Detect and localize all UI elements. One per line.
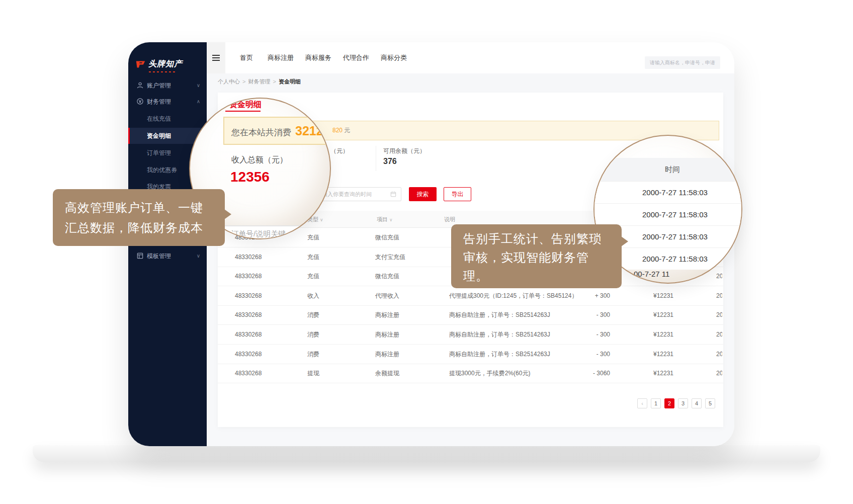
- page: 头牌知产 账户管理 ∨ 财务管理 ∧ 在线充值 资金明细: [0, 0, 853, 504]
- chevron-down-icon: ∨: [197, 77, 200, 94]
- pagination: ‹ 1 2 3 4 5: [637, 398, 715, 408]
- lens-income-label: 收入总额（元）: [231, 155, 288, 165]
- nav-trademark-category[interactable]: 商标分类: [381, 42, 407, 73]
- callout-arrow-right-icon: [621, 236, 628, 246]
- stat-divider: [376, 146, 376, 171]
- search-input[interactable]: [645, 56, 720, 69]
- pagination-prev[interactable]: ‹: [637, 398, 647, 408]
- lens-time-header: 时间: [594, 158, 742, 181]
- logo-text: 头牌知产: [148, 59, 183, 69]
- stat-balance-label: 可用余额（元）: [383, 147, 425, 155]
- top-navbar: 首页 商标注册 商标服务 代理合作 商标分类: [207, 42, 734, 73]
- sidebar-item-account[interactable]: 账户管理 ∨: [128, 77, 207, 94]
- template-icon: [136, 252, 144, 260]
- breadcrumb-finance[interactable]: 财务管理: [248, 78, 270, 85]
- banner-amount: 820: [332, 127, 343, 134]
- breadcrumb-personal-center[interactable]: 个人中心: [218, 78, 240, 85]
- nav-home[interactable]: 首页: [240, 42, 253, 73]
- lens-time-row: 2000-7-27 11:58:03: [594, 181, 742, 203]
- user-icon: [136, 81, 144, 89]
- sidebar-item-online-recharge[interactable]: 在线充值: [128, 111, 207, 127]
- logo: 头牌知产: [135, 56, 183, 71]
- breadcrumb-fund-detail: 资金明细: [279, 78, 301, 85]
- table-row: 48330268 收入 代理收入 代理提成300元（ID:1245，订单号：SB…: [218, 286, 723, 306]
- table-row: 48330268 消费 商标注册 商标自助注册，订单号：SB2514263J -…: [218, 325, 723, 345]
- lens-income-value: 12356: [230, 169, 270, 185]
- logo-subtext-dots: [149, 71, 175, 72]
- sidebar-item-template[interactable]: 模板管理 ∨: [128, 248, 207, 264]
- stat-consume-label: （元）: [330, 147, 349, 155]
- callout-arrow-right-icon: [224, 209, 231, 219]
- header-project[interactable]: 项目∨: [377, 211, 393, 228]
- pagination-page-5[interactable]: 5: [705, 398, 715, 408]
- table-row: 48330268 消费 商标注册 商标自助注册，订单号：SB2514263J -…: [218, 305, 723, 325]
- lens-time-row: 2000-7-27 11:58:03: [594, 203, 742, 225]
- hamburger-icon[interactable]: [212, 55, 220, 61]
- breadcrumb-separator: >: [242, 78, 245, 85]
- sort-caret-icon: ∨: [389, 217, 393, 222]
- sort-caret-icon: ∨: [320, 217, 323, 222]
- stat-balance-value: 376: [383, 157, 397, 166]
- table-row: 48330268 消费 商标注册 商标自助注册，订单号：SB2514263J -…: [218, 345, 723, 364]
- banner-tail: 820元: [332, 121, 350, 140]
- finance-icon: [136, 98, 144, 105]
- breadcrumb-separator: >: [273, 78, 276, 85]
- chevron-down-icon: ∨: [197, 248, 200, 264]
- callout-left: 高效管理账户订单、一键 汇总数据，降低财务成本: [53, 189, 225, 246]
- sidebar-item-finance[interactable]: 财务管理 ∧: [128, 94, 207, 110]
- logo-icon: [135, 59, 146, 69]
- nav-trademark-register[interactable]: 商标注册: [268, 42, 294, 73]
- pagination-page-3[interactable]: 3: [678, 398, 688, 408]
- laptop-base: [33, 445, 820, 462]
- nav-trademark-service[interactable]: 商标服务: [305, 42, 331, 73]
- chevron-up-icon: ∧: [197, 94, 200, 110]
- pagination-page-1[interactable]: 1: [651, 398, 661, 408]
- search-button[interactable]: 搜索: [409, 187, 437, 201]
- nav-agent-cooperation[interactable]: 代理合作: [343, 42, 369, 73]
- calendar-icon: [390, 191, 396, 197]
- table-row: 48330268 提现 余额提现 提现3000元，手续费2%(60元) - 30…: [218, 364, 723, 383]
- pagination-page-4[interactable]: 4: [692, 398, 702, 408]
- breadcrumb: 个人中心>财务管理>资金明细: [207, 73, 734, 90]
- export-button[interactable]: 导出: [444, 187, 471, 201]
- callout-right: 告别手工统计、告别繁琐 审核，实现智能财务管 理。: [451, 224, 622, 288]
- pagination-page-2[interactable]: 2: [664, 398, 674, 408]
- lens-time-partial: 00-7-27 11: [634, 270, 669, 278]
- lens-tab-underline: [225, 111, 261, 112]
